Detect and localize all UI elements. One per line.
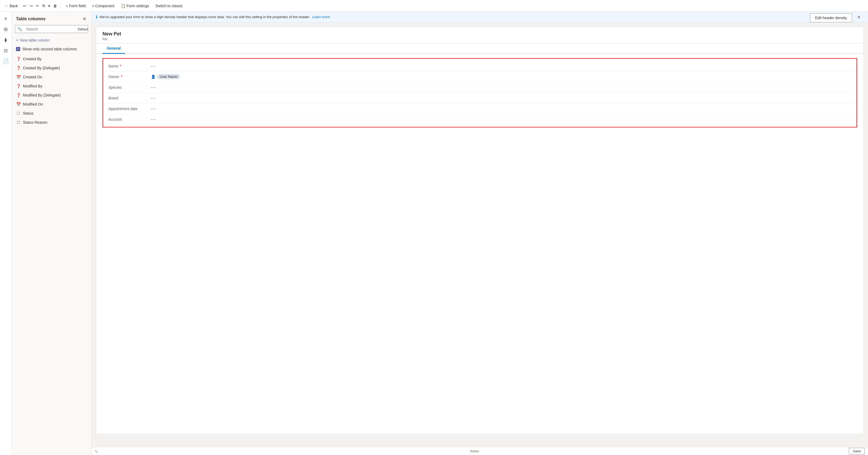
delete-button[interactable]: 🗑: [52, 2, 59, 9]
plus-icon: +: [16, 38, 19, 42]
search-icon: 🔍: [15, 27, 24, 31]
expand-icon[interactable]: ⤡: [95, 449, 98, 453]
edit-header-density-button[interactable]: Edit header density: [810, 13, 852, 22]
back-button[interactable]: ← Back: [2, 3, 21, 9]
form-tabs: General: [96, 44, 864, 54]
sidebar-item-created-on[interactable]: 📅 Created On: [12, 73, 91, 82]
field-dots-account: ---: [151, 117, 156, 121]
form-header: New Pet Pet: [96, 27, 864, 44]
sidebar-item-status-reason[interactable]: ☐ Status Reason: [12, 118, 91, 127]
back-icon: ←: [5, 4, 8, 8]
field-value-account[interactable]: ---: [151, 117, 851, 121]
main-layout: ≡ ⊞ ⧫ ⊟ 📄 Table columns ✕ 🔍 Default ▾ + …: [0, 12, 868, 455]
learn-more-link[interactable]: Learn more: [312, 15, 330, 19]
field-dots-breed: ---: [151, 96, 156, 100]
form-settings-icon: 📋: [121, 4, 125, 8]
sidebar-item-label: Modified By: [23, 84, 42, 88]
sidebar: Table columns ✕ 🔍 Default ▾ + New table …: [12, 12, 92, 455]
save-button[interactable]: Save: [849, 448, 865, 454]
info-bar-close-button[interactable]: ✕: [853, 12, 865, 22]
switch-classic-button[interactable]: Switch to classic: [153, 3, 186, 9]
sidebar-item-label: Status Reason: [23, 120, 48, 124]
new-table-column-button[interactable]: + New table column: [12, 36, 91, 45]
created-by-icon: ❓: [16, 57, 21, 61]
tab-general[interactable]: General: [102, 44, 125, 54]
created-on-icon: 📅: [16, 75, 21, 79]
form-section-general: Name * --- Owner * 👤: [102, 58, 857, 127]
field-label-species: Species: [108, 85, 151, 90]
sidebar-item-created-by-delegate[interactable]: ❓ Created By (Delegate): [12, 63, 91, 73]
sidebar-item-modified-on[interactable]: 📅 Modified On: [12, 100, 91, 109]
modified-by-delegate-icon: ❓: [16, 93, 21, 97]
undo-button[interactable]: ↩: [22, 2, 28, 9]
created-by-delegate-icon: ❓: [16, 66, 21, 70]
form-area: New Pet Pet General Name *: [92, 22, 868, 447]
form-title: New Pet: [102, 31, 857, 37]
field-row-species: Species ---: [103, 82, 857, 93]
form-settings-label: Form settings: [126, 4, 149, 8]
status-bar: ⤡ Active Save: [92, 447, 868, 455]
filter-dropdown-button[interactable]: Default ▾: [75, 26, 88, 33]
undo-redo-group: ↩ ↪ ✂ ⧉ ▾ 🗑: [22, 2, 59, 9]
sidebar-item-label: Created By (Delegate): [23, 66, 60, 70]
field-value-appointment-date[interactable]: ---: [151, 107, 851, 111]
status-reason-icon: ☐: [16, 120, 21, 124]
rail-home-button[interactable]: ⊞: [1, 25, 11, 34]
field-label-appointment-date: Appointment date: [108, 107, 151, 111]
field-row-appointment-date: Appointment date ---: [103, 104, 857, 114]
form-canvas: New Pet Pet General Name *: [96, 27, 864, 434]
component-button[interactable]: + Component: [89, 3, 117, 9]
content-area: ℹ We've upgraded your form to show a hig…: [92, 12, 868, 455]
form-settings-button[interactable]: 📋 Form settings: [118, 3, 152, 9]
modified-on-icon: 📅: [16, 102, 21, 106]
redo-button[interactable]: ↪: [28, 2, 34, 9]
show-unused-toggle[interactable]: ✓ Show only unused table columns: [12, 45, 91, 54]
rail-pages-button[interactable]: 📄: [1, 57, 11, 66]
sidebar-item-label: Created On: [23, 75, 42, 79]
field-dots-name: ---: [151, 64, 156, 68]
status-icon: ☐: [16, 111, 21, 115]
field-label-account: Account: [108, 117, 151, 121]
check-icon: ✓: [17, 48, 20, 51]
person-icon: 👤: [151, 75, 155, 79]
sidebar-item-label: Modified On: [23, 102, 43, 106]
field-row-owner: Owner * 👤 User Name: [103, 72, 857, 82]
copy-button[interactable]: ⧉: [41, 2, 46, 9]
modified-by-icon: ❓: [16, 84, 21, 88]
sidebar-item-label: Status: [23, 111, 34, 115]
sidebar-header: Table columns ✕: [12, 12, 91, 25]
rail-table-button[interactable]: ⊟: [1, 46, 11, 55]
field-label-breed: Breed: [108, 96, 151, 100]
component-label: + Component: [92, 4, 114, 8]
required-indicator-owner: *: [121, 75, 122, 79]
required-indicator-name: *: [120, 64, 121, 68]
field-value-name[interactable]: ---: [151, 64, 851, 68]
sidebar-item-status[interactable]: ☐ Status: [12, 109, 91, 118]
sidebar-item-label: Modified By (Delegate): [23, 93, 61, 97]
sidebar-item-modified-by-delegate[interactable]: ❓ Modified By (Delegate): [12, 91, 91, 100]
filter-label: Default: [78, 27, 88, 31]
sidebar-title: Table columns: [16, 17, 45, 21]
field-value-owner[interactable]: 👤 User Name: [151, 74, 851, 79]
field-dots-appointment-date: ---: [151, 107, 156, 111]
field-value-breed[interactable]: ---: [151, 96, 851, 100]
new-table-column-label: New table column: [20, 38, 50, 42]
field-row-name: Name * ---: [103, 61, 857, 72]
sidebar-list: ❓ Created By ❓ Created By (Delegate) 📅 C…: [12, 54, 91, 455]
field-label-owner: Owner *: [108, 75, 151, 79]
cut-button[interactable]: ✂: [34, 2, 41, 9]
back-label: Back: [9, 4, 18, 8]
switch-classic-label: Switch to classic: [155, 4, 183, 8]
sidebar-item-modified-by[interactable]: ❓ Modified By: [12, 82, 91, 91]
more-button[interactable]: ▾: [46, 2, 52, 9]
form-subtitle: Pet: [102, 37, 857, 41]
sidebar-close-button[interactable]: ✕: [82, 16, 87, 22]
rail-hamburger-button[interactable]: ≡: [1, 14, 11, 24]
field-label-name: Name *: [108, 64, 151, 68]
form-field-button[interactable]: + Form field: [63, 3, 88, 9]
active-status: Active: [470, 449, 479, 453]
search-input[interactable]: [24, 25, 75, 33]
rail-layers-button[interactable]: ⧫: [1, 35, 11, 45]
sidebar-item-created-by[interactable]: ❓ Created By: [12, 54, 91, 63]
field-value-species[interactable]: ---: [151, 85, 851, 90]
